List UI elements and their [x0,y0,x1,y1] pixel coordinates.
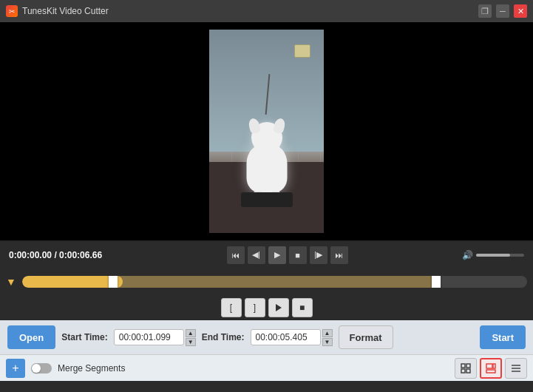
timeline-end-handle[interactable] [432,276,441,288]
minimize-button[interactable]: ─ [496,4,509,18]
end-time-value: 00:00:05.405 [251,329,321,345]
svg-rect-2 [466,364,470,368]
time-display: 0:00:00.00 / 0:00:06.66 [9,250,112,260]
start-time-label: Start Time: [61,332,107,342]
titlebar: ✂ TunesKit Video Cutter ❐ ─ ✕ [0,0,533,22]
app-title: TunesKit Video Cutter [22,6,109,16]
app-icon: ✂ [6,5,18,17]
step-back-button[interactable]: ◀| [248,246,265,264]
footer-bar: + Merge Segments [0,354,533,381]
playback-buttons: ⏮ ◀| ▶ ■ |▶ ⏭ [118,246,456,264]
svg-marker-0 [276,304,282,311]
svg-rect-5 [486,364,492,368]
start-time-value: 00:00:01.099 [114,329,184,345]
open-button[interactable]: Open [7,325,55,349]
merge-label: Merge Segments [58,363,125,374]
merge-toggle[interactable] [31,363,52,374]
format-button[interactable]: Format [339,325,393,349]
fast-forward-button[interactable]: ⏭ [330,246,348,264]
svg-rect-1 [461,364,465,368]
timeline-selection [113,276,436,288]
svg-rect-6 [493,364,495,368]
video-area [0,22,533,240]
footer-right-buttons [455,358,527,379]
volume-slider[interactable] [476,254,524,257]
volume-fill [476,254,510,257]
volume-icon: 🔊 [462,250,473,260]
volume-area: 🔊 [462,250,524,260]
layout-view-button[interactable] [480,358,502,379]
list-view-button[interactable] [505,358,527,379]
mark-in-button[interactable]: [ [221,298,242,317]
end-time-spinner[interactable]: ▲ ▼ [322,329,333,346]
timeline-area: ▼ [0,268,533,295]
merge-toggle-knob [32,364,41,373]
rewind-fast-button[interactable]: ⏮ [227,246,245,264]
start-time-down[interactable]: ▼ [186,338,196,346]
svg-rect-7 [486,370,495,373]
step-forward-button[interactable]: |▶ [310,246,327,264]
controls-bar: 0:00:00.00 / 0:00:06.66 ⏮ ◀| ▶ ■ |▶ ⏭ 🔊 [0,240,533,268]
end-time-label: End Time: [202,332,245,342]
start-time-field: 00:00:01.099 ▲ ▼ [114,329,196,346]
titlebar-controls: ❐ ─ ✕ [478,4,527,18]
end-time-down[interactable]: ▼ [322,338,333,346]
end-time-field: 00:00:05.405 ▲ ▼ [251,329,333,346]
stop-button[interactable]: ■ [289,246,307,264]
start-button[interactable]: Start [480,325,526,349]
filter-icon: ▼ [6,276,16,288]
end-time-up[interactable]: ▲ [322,329,333,337]
svg-rect-3 [461,369,465,373]
restore-button[interactable]: ❐ [478,4,492,18]
titlebar-left: ✂ TunesKit Video Cutter [6,5,109,17]
close-button[interactable]: ✕ [514,4,527,18]
svg-rect-4 [466,369,470,373]
start-time-up[interactable]: ▲ [186,329,196,337]
segment-buttons: [ ] ■ [0,295,533,320]
start-time-spinner[interactable]: ▲ ▼ [186,329,196,346]
timeline-track[interactable] [22,276,527,288]
video-frame [209,30,324,233]
grid-view-button[interactable] [455,358,477,379]
bottom-controls: Open Start Time: 00:00:01.099 ▲ ▼ End Ti… [0,320,533,354]
timeline-start-handle[interactable] [109,276,118,288]
video-content [209,30,324,233]
play-segment-button[interactable] [268,298,289,317]
mark-out-button[interactable]: ] [245,298,265,317]
add-segment-button[interactable]: + [6,359,25,378]
play-button[interactable]: ▶ [268,246,286,264]
delete-segment-button[interactable]: ■ [292,298,313,317]
